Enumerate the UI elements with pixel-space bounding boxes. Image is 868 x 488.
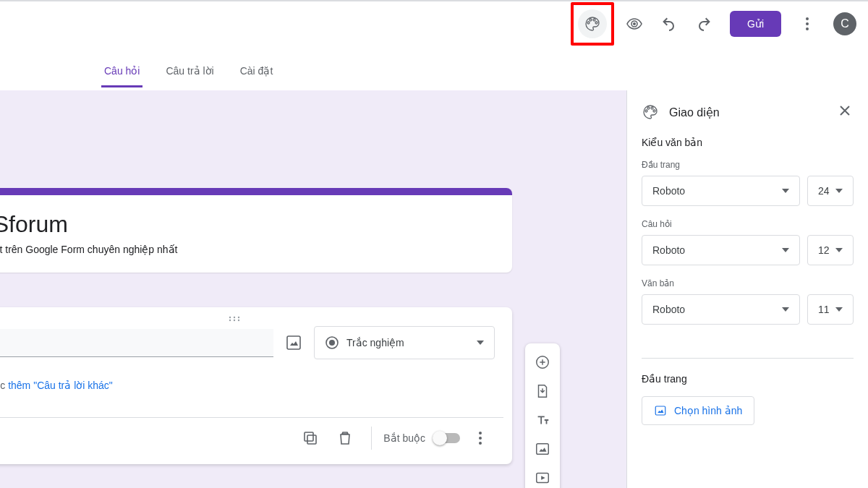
svg-point-16 (479, 437, 482, 440)
header-image-section: Đầu trang Chọn hình ảnh (627, 373, 868, 445)
header-size-select[interactable]: 24 (807, 176, 854, 206)
question-font-label: Câu hỏi (642, 219, 854, 229)
add-question-button[interactable] (529, 349, 556, 375)
svg-point-1 (806, 17, 809, 20)
required-label: Bắt buộc (383, 432, 425, 444)
question-type-label: Trắc nghiệm (346, 337, 469, 348)
header-font-label: Đầu trang (642, 160, 854, 170)
tab-responses[interactable]: Câu trả lời (163, 59, 216, 87)
svg-point-2 (806, 22, 809, 25)
top-toolbar: Gửi C (0, 0, 868, 46)
form-tabs: Câu hỏi Câu trả lời Cài đặt (101, 59, 276, 87)
customize-theme-button[interactable] (578, 9, 607, 38)
close-panel-button[interactable] (836, 102, 854, 122)
choose-image-label: Chọn hình ảnh (674, 405, 742, 416)
required-toggle[interactable] (434, 433, 460, 443)
choose-image-button[interactable]: Chọn hình ảnh (642, 396, 754, 425)
trash-icon (336, 429, 354, 447)
add-video-button[interactable] (529, 465, 556, 488)
header-section-title: Đầu trang (642, 373, 854, 385)
option-or: hoặc (0, 380, 8, 391)
add-other-option-link[interactable]: thêm "Câu trả lời khác" (8, 380, 113, 391)
radio-icon (325, 335, 339, 350)
svg-rect-13 (307, 435, 316, 444)
question-footer: Bắt buộc (0, 417, 503, 458)
form-header-card[interactable]: u Sforum ảo sát trên Google Form chuyên … (0, 188, 512, 273)
svg-rect-23 (655, 406, 665, 415)
more-vert-icon (799, 15, 816, 33)
more-vert-icon (472, 429, 489, 447)
svg-point-15 (479, 432, 482, 435)
send-button[interactable]: Gửi (730, 11, 781, 37)
chevron-down-icon (835, 189, 843, 193)
svg-rect-14 (305, 432, 313, 441)
svg-point-3 (806, 27, 809, 30)
svg-rect-10 (287, 336, 300, 349)
chevron-down-icon (782, 307, 789, 312)
theme-panel-header: Giao diện (627, 90, 868, 137)
floating-toolbar (525, 343, 560, 488)
question-title-input[interactable] (0, 329, 273, 357)
customize-theme-highlight (571, 2, 614, 46)
chevron-down-icon (782, 248, 789, 252)
copy-icon (302, 429, 319, 447)
import-icon (535, 383, 550, 399)
separator (371, 427, 372, 450)
divider (642, 358, 854, 359)
svg-point-0 (633, 22, 636, 25)
text-font-select[interactable]: Roboto (642, 294, 800, 325)
question-card[interactable]: Trắc nghiệm n hoặc thêm "Câu trả lời khá… (0, 307, 512, 464)
chevron-down-icon (835, 307, 843, 312)
add-image-block-button[interactable] (529, 436, 556, 462)
svg-point-6 (238, 317, 239, 318)
image-icon (285, 334, 302, 351)
question-font-select[interactable]: Roboto (642, 235, 800, 265)
svg-point-17 (479, 442, 482, 445)
delete-button[interactable] (331, 424, 359, 453)
chevron-down-icon (835, 248, 843, 252)
chevron-down-icon (782, 189, 789, 193)
add-title-button[interactable] (529, 407, 556, 433)
tab-settings[interactable]: Cài đặt (237, 59, 276, 87)
add-image-button[interactable] (285, 334, 302, 351)
text-style-title: Kiểu văn bản (642, 137, 854, 148)
plus-circle-icon (535, 354, 550, 370)
close-icon (836, 102, 854, 119)
text-font-label: Văn bản (642, 278, 854, 288)
svg-point-9 (238, 320, 239, 321)
svg-point-4 (229, 317, 231, 318)
tab-questions[interactable]: Câu hỏi (101, 59, 142, 87)
preview-button[interactable] (620, 9, 649, 38)
duplicate-button[interactable] (296, 424, 325, 453)
image-icon (654, 404, 667, 417)
svg-point-12 (329, 340, 335, 346)
chevron-down-icon (477, 341, 484, 345)
account-avatar[interactable]: C (833, 12, 856, 35)
drag-handle[interactable] (0, 307, 512, 326)
form-description[interactable]: ảo sát trên Google Form chuyên nghiệp nh… (0, 244, 495, 255)
palette-icon (584, 15, 601, 33)
undo-button[interactable] (655, 9, 684, 38)
text-size-select[interactable]: 11 (807, 294, 854, 325)
question-size-select[interactable]: 12 (807, 235, 854, 265)
palette-icon (642, 103, 659, 121)
form-canvas: u Sforum ảo sát trên Google Form chuyên … (0, 90, 626, 488)
undo-icon (660, 15, 678, 33)
import-questions-button[interactable] (529, 378, 556, 404)
svg-point-8 (234, 320, 235, 321)
redo-button[interactable] (689, 9, 718, 38)
more-button[interactable] (793, 9, 822, 38)
svg-rect-19 (537, 444, 549, 455)
drag-icon (227, 316, 242, 322)
header-font-select[interactable]: Roboto (642, 176, 800, 206)
question-type-select[interactable]: Trắc nghiệm (314, 326, 495, 359)
form-title[interactable]: u Sforum (0, 211, 495, 238)
question-more-button[interactable] (466, 424, 495, 453)
image-icon (535, 441, 550, 457)
svg-point-7 (229, 320, 231, 321)
video-icon (535, 470, 550, 486)
theme-panel: Giao diện Kiểu văn bản Đầu trang Roboto … (626, 90, 868, 488)
svg-point-5 (234, 317, 235, 318)
option-row: n hoặc thêm "Câu trả lời khác" (0, 367, 512, 400)
redo-icon (695, 15, 712, 33)
